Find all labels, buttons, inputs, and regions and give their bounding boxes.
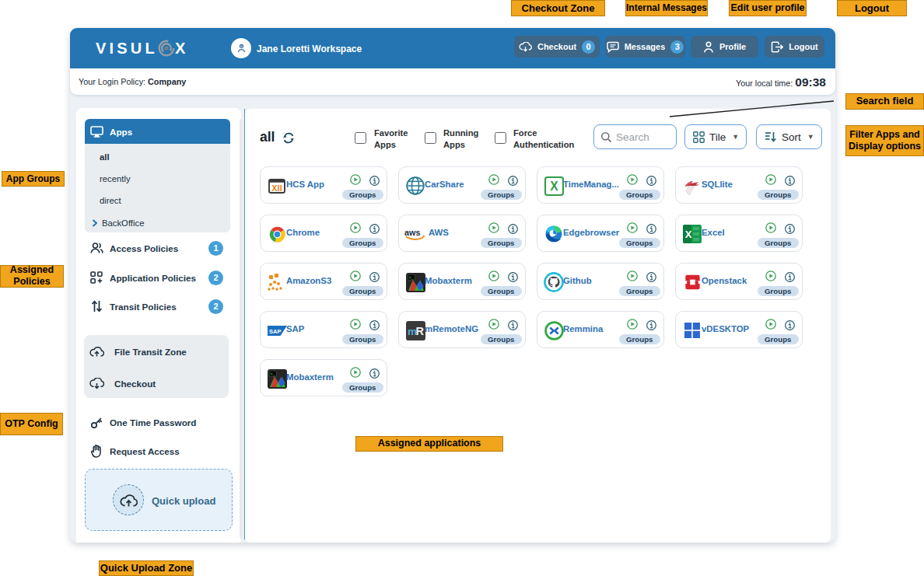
- svg-text:R: R: [415, 325, 424, 337]
- svg-text:aws: aws: [404, 228, 420, 237]
- svg-text:>_: >_: [408, 275, 414, 281]
- svg-text:X: X: [550, 180, 558, 193]
- svg-text:X: X: [685, 229, 692, 240]
- svg-text:SAP: SAP: [269, 327, 281, 334]
- svg-text:XII: XII: [271, 183, 282, 192]
- svg-text:>_: >_: [270, 372, 275, 377]
